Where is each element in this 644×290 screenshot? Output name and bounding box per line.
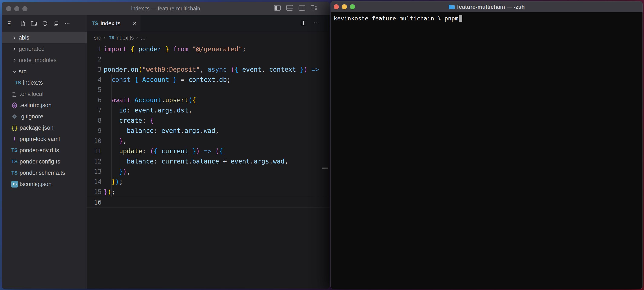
tree-item-.gitignore[interactable]: .gitignore [2,111,87,122]
line-number: 16 [87,199,102,206]
code-line-4[interactable]: 4 const { Account } = context.db; [87,74,330,85]
code-line-content: balance: event.args.wad, [104,127,219,134]
new-file-icon[interactable] [17,18,28,29]
collapse-folders-icon[interactable] [50,18,62,29]
toggle-sidebar-icon[interactable] [274,5,281,11]
chevron-right-icon [11,58,18,63]
line-number: 2 [87,55,102,63]
tree-item-ponder-env.d.ts[interactable]: TSponder-env.d.ts [2,145,87,156]
code-line-12[interactable]: 12 balance: current.balance + event.args… [87,156,330,166]
terminal-window[interactable]: feature-multichain — -zsh kevinkoste fea… [330,1,643,289]
toggle-secondary-sidebar-icon[interactable] [298,5,306,11]
tree-item-src[interactable]: src [2,66,87,77]
ts-icon: TS [14,80,22,86]
code-line-content: update: ({ current }) => ({ [104,147,223,155]
explorer-sidebar: E abisgeneratednode_modulessrcTSindex.ts… [2,15,87,289]
exclaim-icon: ! [10,136,19,143]
toggle-panel-icon[interactable] [286,5,293,11]
tab-label: index.ts [100,20,120,27]
code-line-content: id: event.args.dst, [104,107,192,114]
tree-item-label: .gitignore [20,113,43,120]
code-line-9[interactable]: 9 balance: event.args.wad, [87,126,330,136]
line-number: 10 [87,137,102,145]
tree-item-label: ponder-env.d.ts [20,147,59,154]
tree-item-package.json[interactable]: {}package.json [2,122,87,134]
indent-guide [119,105,119,176]
explorer-toolbar: E [2,15,87,31]
line-number: 7 [87,107,102,114]
code-line-6[interactable]: 6 await Account.upsert({ [87,95,330,105]
chevron-right-icon [11,47,18,51]
code-line-content: ponder.on("weth9:Deposit", async ({ even… [104,66,319,73]
tree-item-generated[interactable]: generated [2,43,87,55]
tree-item-node_modules[interactable]: node_modules [2,55,87,66]
line-number: 13 [87,168,102,175]
vscode-window[interactable]: index.ts — feature-multichain E abisgene… [2,2,330,289]
code-line-content: const { Account } = context.db; [104,76,231,83]
ts-icon: TS [10,147,19,153]
tree-item-label: node_modules [19,57,56,64]
terminal-titlebar[interactable]: feature-multichain — -zsh [331,1,642,12]
code-line-1[interactable]: 1import { ponder } from "@/generated"; [87,44,330,54]
close-tab-icon[interactable]: ✕ [132,20,137,26]
shell-prompt-line: kevinkoste feature-multichain % pnpm [334,15,642,22]
code-line-15[interactable]: 15}); [87,187,330,197]
line-number: 12 [87,157,102,165]
tree-item-ponder.config.ts[interactable]: TSponder.config.ts [2,156,87,167]
tree-item-index.ts[interactable]: TSindex.ts [2,77,87,88]
code-line-10[interactable]: 10 }, [87,136,330,146]
scrollbar-marker [322,167,328,169]
terminal-cursor [459,15,462,22]
code-line-16[interactable]: 16 [87,197,330,207]
vscode-titlebar[interactable]: index.ts — feature-multichain [2,2,330,15]
line-number: 15 [87,188,102,196]
line-number: 8 [87,117,102,124]
tree-item-label: index.ts [23,80,43,86]
tree-item-label: pnpm-lock.yaml [20,136,60,143]
typescript-file-icon: TS [109,35,114,40]
terminal-window-title: feature-multichain — -zsh [331,1,642,12]
code-line-3[interactable]: 3ponder.on("weth9:Deposit", async ({ eve… [87,64,330,74]
code-line-13[interactable]: 13 }), [87,166,330,176]
code-line-5[interactable]: 5 [87,85,330,95]
tree-item-abis[interactable]: abis [2,32,87,43]
line-number: 3 [87,66,102,73]
code-line-7[interactable]: 7 id: event.args.dst, [87,105,330,115]
code-editor[interactable]: 1import { ponder } from "@/generated";23… [87,44,330,289]
tree-item-label: abis [19,34,30,41]
code-line-14[interactable]: 14 }); [87,176,330,187]
eslint-icon [10,102,19,109]
chevron-right-icon: › [104,35,105,40]
more-actions-icon[interactable] [62,18,72,29]
code-line-content: balance: current.balance + event.args.wa… [104,157,288,165]
breadcrumb-symbol[interactable]: … [140,35,146,41]
tree-item-label: ponder.schema.ts [20,170,65,176]
tree-item-tsconfig.json[interactable]: TStsconfig.json [2,179,87,190]
code-line-11[interactable]: 11 update: ({ current }) => ({ [87,146,330,156]
line-number: 4 [87,76,102,83]
shell-prompt-text: kevinkoste feature-multichain % pnpm [334,15,458,22]
code-line-8[interactable]: 8 create: { [87,115,330,126]
tab-index-ts[interactable]: TS index.ts ✕ [87,15,141,31]
tree-item-ponder.schema.ts[interactable]: TSponder.schema.ts [2,167,87,179]
customize-layout-icon[interactable] [311,5,317,11]
git-icon [10,114,19,120]
tree-item-pnpm-lock.yaml[interactable]: !pnpm-lock.yaml [2,134,87,145]
explorer-header: E [7,20,11,27]
ts-icon: TS [10,170,19,176]
split-editor-icon[interactable] [300,20,307,27]
breadcrumb: src › TS index.ts › … [87,31,330,44]
terminal-content[interactable]: kevinkoste feature-multichain % pnpm [331,12,642,289]
tree-item-.eslintrc.json[interactable]: .eslintrc.json [2,100,87,111]
refresh-explorer-icon[interactable] [40,18,50,29]
chevron-right-icon [11,35,18,40]
typescript-file-icon: TS [92,21,98,26]
code-line-2[interactable]: 2 [87,54,330,64]
breadcrumb-file[interactable]: index.ts [116,35,134,41]
tree-item-label: generated [19,46,45,52]
tree-item-.env.local[interactable]: .env.local [2,88,87,100]
line-number: 5 [87,86,102,94]
new-folder-icon[interactable] [28,18,40,29]
more-editor-actions-icon[interactable] [313,20,320,27]
breadcrumb-src[interactable]: src [94,35,101,41]
